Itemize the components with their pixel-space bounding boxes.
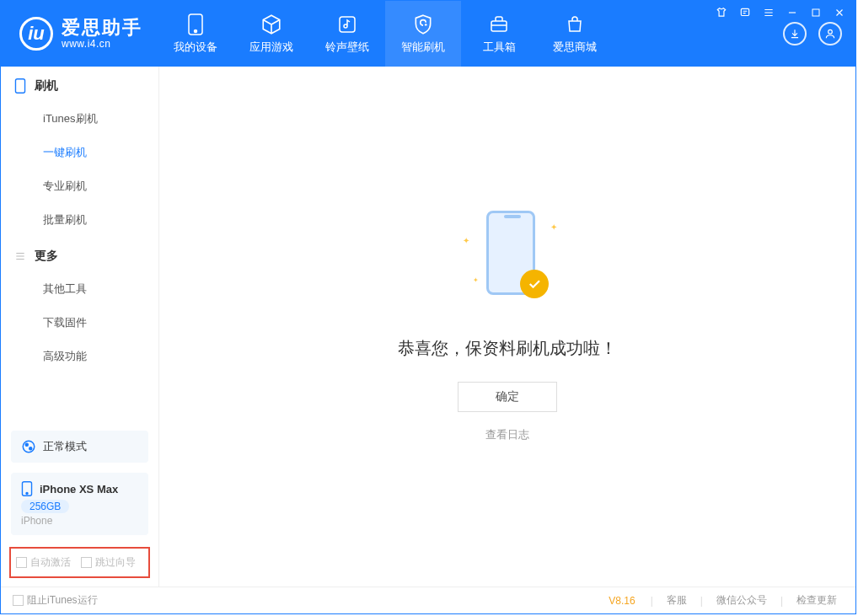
status-bar: 阻止iTunes运行 V8.16 | 客服 | 微信公众号 | 检查更新	[1, 587, 855, 613]
brand-url: www.i4.cn	[62, 38, 142, 50]
mode-icon	[21, 439, 36, 454]
cube-icon	[260, 13, 283, 36]
nav-flash[interactable]: 智能刷机	[385, 1, 461, 67]
nav-label: 铃声壁纸	[325, 40, 369, 55]
wechat-link[interactable]: 微信公众号	[710, 593, 774, 608]
svg-rect-7	[15, 79, 24, 94]
sidebar-item-firmware[interactable]: 下载固件	[1, 306, 158, 340]
confirm-button[interactable]: 确定	[458, 382, 557, 412]
sidebar-item-tools[interactable]: 其他工具	[1, 272, 158, 306]
nav-label: 爱思商城	[553, 40, 597, 55]
music-icon	[335, 13, 359, 36]
window-controls	[714, 6, 847, 19]
version-label: V8.16	[609, 595, 635, 607]
checkbox-icon	[81, 557, 92, 568]
bottom-options-highlight: 自动激活 跳过向导	[9, 547, 150, 578]
nav-ringtone[interactable]: 铃声壁纸	[309, 1, 385, 67]
update-link[interactable]: 检查更新	[790, 593, 844, 608]
user-button[interactable]	[818, 22, 842, 46]
success-message: 恭喜您，保资料刷机成功啦！	[398, 337, 617, 360]
checkbox-block-itunes[interactable]: 阻止iTunes运行	[13, 593, 98, 608]
nav-label: 工具箱	[483, 40, 516, 55]
logo-icon: iu	[19, 17, 53, 51]
nav-label: 智能刷机	[401, 40, 445, 55]
sidebar-item-batch[interactable]: 批量刷机	[1, 203, 158, 237]
svg-point-6	[829, 29, 833, 34]
checkbox-icon	[16, 557, 27, 568]
device-name: iPhone XS Max	[40, 483, 118, 495]
nav-store[interactable]: 爱思商城	[537, 1, 613, 67]
feedback-icon[interactable]	[737, 6, 753, 19]
checkbox-skip-guide[interactable]: 跳过向导	[81, 555, 136, 570]
checkbox-icon	[13, 595, 24, 606]
nav-toolbox[interactable]: 工具箱	[461, 1, 537, 67]
svg-rect-5	[491, 21, 507, 31]
brand-name: 爱思助手	[62, 18, 142, 38]
sidebar-item-oneclick[interactable]: 一键刷机	[1, 136, 158, 169]
nav-label: 应用游戏	[249, 40, 293, 55]
menu-icon[interactable]	[761, 6, 776, 19]
nav-my-device[interactable]: 我的设备	[158, 1, 233, 67]
toolbox-icon	[487, 13, 511, 36]
refresh-shield-icon	[411, 13, 435, 36]
sidebar-item-pro[interactable]: 专业刷机	[1, 169, 158, 203]
svg-point-8	[23, 441, 35, 453]
svg-point-3	[195, 30, 197, 33]
sidebar-group-more: 更多	[1, 237, 158, 272]
close-button[interactable]	[832, 6, 847, 19]
shirt-icon[interactable]	[714, 6, 729, 19]
device-icon	[21, 481, 33, 496]
svg-rect-1	[812, 9, 819, 16]
list-icon	[14, 250, 26, 262]
svg-point-10	[29, 447, 32, 450]
minimize-button[interactable]	[785, 6, 800, 19]
device-capacity: 256GB	[21, 500, 69, 513]
success-illustration: ✦ ✦ ✦	[461, 211, 554, 303]
device-type: iPhone	[21, 515, 138, 527]
device-mode: 正常模式	[43, 439, 87, 454]
svg-point-12	[26, 493, 28, 495]
maximize-button[interactable]	[808, 6, 823, 19]
bag-icon	[563, 13, 587, 36]
nav-label: 我的设备	[174, 40, 217, 55]
nav-apps[interactable]: 应用游戏	[233, 1, 309, 67]
sidebar: 刷机 iTunes刷机 一键刷机 专业刷机 批量刷机 更多 其他工具 下载固件 …	[1, 67, 159, 587]
svg-rect-0	[741, 8, 748, 15]
support-link[interactable]: 客服	[660, 593, 694, 608]
device-mode-box[interactable]: 正常模式	[11, 431, 148, 463]
download-button[interactable]	[783, 22, 807, 46]
svg-point-9	[25, 443, 28, 446]
sidebar-group-flash: 刷机	[1, 67, 158, 102]
success-check-icon	[520, 270, 549, 298]
main-content: ✦ ✦ ✦ 恭喜您，保资料刷机成功啦！ 确定 查看日志	[159, 67, 855, 587]
device-icon	[184, 13, 207, 36]
phone-icon	[14, 78, 26, 94]
view-log-link[interactable]: 查看日志	[485, 427, 529, 442]
sidebar-item-itunes[interactable]: iTunes刷机	[1, 102, 158, 136]
logo[interactable]: iu 爱思助手 www.i4.cn	[1, 1, 158, 67]
checkbox-auto-activate[interactable]: 自动激活	[16, 555, 71, 570]
device-info-box[interactable]: iPhone XS Max 256GB iPhone	[11, 473, 148, 535]
sidebar-item-advanced[interactable]: 高级功能	[1, 340, 158, 373]
